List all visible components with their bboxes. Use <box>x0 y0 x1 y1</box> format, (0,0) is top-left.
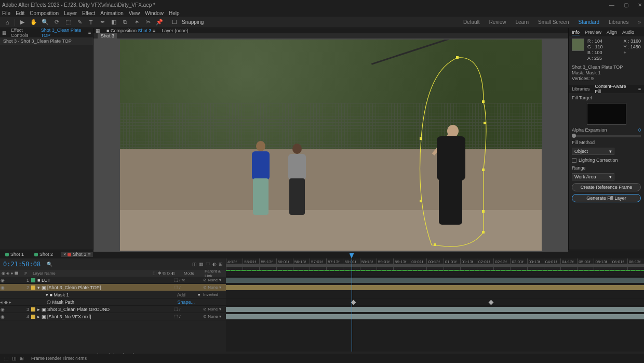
status-icon-2[interactable]: ◫ <box>12 356 17 361</box>
libraries-tab[interactable]: Libraries <box>572 86 590 92</box>
align-tab[interactable]: Align <box>607 30 617 35</box>
ruler-tick[interactable]: 03:13f <box>527 258 544 270</box>
zoom-tool[interactable]: 🔍 <box>41 18 49 27</box>
eraser-tool[interactable]: ✂ <box>144 18 152 27</box>
ruler-tick[interactable]: 58:13f <box>360 258 377 270</box>
effect-controls-target[interactable]: Shot 3_Clean Plate TOP <box>41 28 84 38</box>
menu-animation[interactable]: Animation <box>100 10 123 16</box>
layer-row-clean-plate-ground[interactable]: ◉ 3 ▸ ▣ Shot 3_Clean Plate GROUND ⬚ / ⊘ … <box>0 306 226 313</box>
lighting-correction-checkbox[interactable] <box>572 158 576 163</box>
ruler-tick[interactable]: 01:13f <box>460 258 477 270</box>
ruler-tick[interactable]: 05:01f <box>577 258 594 270</box>
timeline-tracks[interactable] <box>226 270 644 352</box>
ruler-tick[interactable]: 56:01f <box>276 258 293 270</box>
panel-menu-icon[interactable]: ≡ <box>638 86 641 92</box>
effect-controls-tab[interactable]: Effect Controls <box>11 28 37 38</box>
pan-behind-tool[interactable]: ✎ <box>75 18 84 27</box>
ruler-tick[interactable]: 01:01f <box>444 258 460 270</box>
fill-method-dropdown[interactable]: Object▾ <box>572 148 614 155</box>
project-icon-2[interactable]: ▦ <box>96 28 100 33</box>
mask-path-row[interactable]: ◂ ◆ ▸ ⬡ Mask Path Shape... <box>0 299 226 306</box>
ruler-tick[interactable]: 04:13f <box>560 258 577 270</box>
brush-tool[interactable]: ⧉ <box>121 18 129 27</box>
alpha-expansion-value[interactable]: 0 <box>638 127 641 133</box>
ruler-tick[interactable]: 06:13f <box>627 258 644 270</box>
clone-tool[interactable]: ✶ <box>132 18 141 27</box>
workspace-more-icon[interactable]: » <box>638 19 641 25</box>
ruler-tick[interactable]: 02:13f <box>493 258 510 270</box>
alpha-expansion-slider[interactable] <box>572 135 641 137</box>
panel-menu-icon[interactable]: ≡ <box>88 30 91 35</box>
ruler-tick[interactable]: 03:01f <box>510 258 527 270</box>
ruler-tick[interactable]: 06:01f <box>611 258 627 270</box>
type-tool[interactable]: T <box>87 18 95 27</box>
ruler-tick[interactable]: 56:13f <box>293 258 310 270</box>
layer-tab[interactable]: Layer (none) <box>162 28 188 33</box>
home-tool[interactable]: ⌂ <box>3 18 11 27</box>
menu-file[interactable]: File <box>2 10 10 16</box>
project-icon[interactable]: ▦ <box>2 30 7 35</box>
ruler-tick[interactable]: 55:01f <box>243 258 259 270</box>
layer-row-no-vfx[interactable]: ◉ 4 ▸ ▣ [Shot 3_No VFX.mxf] ⬚ / ⊘ None ▾ <box>0 313 226 320</box>
workspace-standard[interactable]: Standard <box>578 19 599 25</box>
ruler-tick[interactable]: 59:01f <box>377 258 393 270</box>
menu-edit[interactable]: Edit <box>16 10 24 16</box>
tl-icon-1[interactable]: ◫ <box>192 262 197 267</box>
generate-fill-layer-button[interactable]: Generate Fill Layer <box>572 194 641 202</box>
workspace-small[interactable]: Small Screen <box>538 19 569 25</box>
timeline-tab-shot1[interactable]: Shot 1 <box>3 252 26 257</box>
camera-tool[interactable]: ⬚ <box>64 18 72 27</box>
composition-tab[interactable]: ■ Composition Shot 3 ≡ <box>106 28 155 33</box>
menu-help[interactable]: Help <box>169 10 180 16</box>
ruler-tick[interactable]: 57:13f <box>326 258 343 270</box>
tl-icon-5[interactable]: ⊞ <box>219 262 223 267</box>
timeline-ruler[interactable]: 4:13f55:01f55:13f56:01f56:13f57:01f57:13… <box>226 258 644 270</box>
composition-viewer[interactable] <box>120 40 542 251</box>
ruler-tick[interactable]: 4:13f <box>226 258 243 270</box>
preview-tab[interactable]: Preview <box>585 30 601 35</box>
info-tab[interactable]: Info <box>572 30 580 35</box>
menu-window[interactable]: Window <box>145 10 164 16</box>
tl-icon-3[interactable]: ⬚ <box>206 262 210 267</box>
status-icon-1[interactable]: ⬚ <box>4 356 9 361</box>
ruler-tick[interactable]: 55:13f <box>259 258 276 270</box>
workspace-learn[interactable]: Learn <box>515 19 529 25</box>
mask-row[interactable]: ▾ ■ Mask 1 Add▾ Inverted <box>0 291 226 299</box>
selection-tool[interactable]: ▶ <box>18 18 26 27</box>
window-close[interactable]: ✕ <box>638 2 642 8</box>
layer-row-lut[interactable]: ◉ 1 ■ LUT ⬚ / fx ⊘ None ▾ <box>0 277 226 284</box>
ruler-tick[interactable]: 59:13f <box>393 258 410 270</box>
ruler-tick[interactable]: 00:13f <box>426 258 443 270</box>
window-minimize[interactable]: — <box>609 2 614 8</box>
workspace-default[interactable]: Default <box>463 19 480 25</box>
create-reference-frame-button[interactable]: Create Reference Frame <box>572 183 641 191</box>
snapping-checkbox[interactable]: ☐ <box>170 18 179 27</box>
ruler-tick[interactable]: 00:01f <box>410 258 426 270</box>
menu-composition[interactable]: Composition <box>30 10 59 16</box>
tl-icon-4[interactable]: ◐ <box>212 262 217 267</box>
content-aware-fill-tab[interactable]: Content-Aware Fill <box>595 84 633 94</box>
rotate-tool[interactable]: ⟳ <box>52 18 61 27</box>
ruler-tick[interactable]: 57:01f <box>310 258 326 270</box>
ruler-tick[interactable]: 04:01f <box>544 258 560 270</box>
ruler-tick[interactable]: 02:01f <box>477 258 493 270</box>
current-timecode[interactable]: 0:21:58:08 <box>3 261 41 268</box>
workspace-review[interactable]: Review <box>489 19 506 25</box>
window-maximize[interactable]: ▢ <box>624 2 628 8</box>
workspace-libraries[interactable]: Libraries <box>609 19 628 25</box>
menu-layer[interactable]: Layer <box>64 10 77 16</box>
range-dropdown[interactable]: Work Area▾ <box>572 173 614 180</box>
menu-effect[interactable]: Effect <box>82 10 95 16</box>
audio-tab[interactable]: Audio <box>622 30 634 35</box>
timeline-tab-shot3[interactable]: × Shot 3 ≡ <box>61 252 93 257</box>
menu-view[interactable]: View <box>129 10 140 16</box>
playhead[interactable] <box>352 258 352 270</box>
tl-icon-2[interactable]: ▦ <box>199 262 204 267</box>
layer-row-clean-plate-top[interactable]: ◉ 2 ▾ ▣ [Shot 3_Clean Plate TOP] ⬚ / ⊘ N… <box>0 284 226 291</box>
ruler-tick[interactable]: 05:13f <box>594 258 610 270</box>
keyframe-2[interactable] <box>489 300 494 305</box>
pen-tool[interactable]: ✒ <box>98 18 106 27</box>
timeline-search-icon[interactable]: 🔍 <box>47 262 52 267</box>
comp-subtab-shot3[interactable]: Shot 3 <box>98 33 118 38</box>
timeline-tab-shot2[interactable]: Shot 2 <box>32 252 55 257</box>
